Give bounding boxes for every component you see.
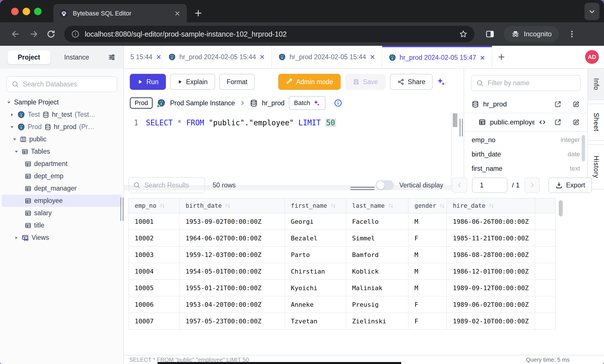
sort-icon[interactable] xyxy=(388,203,394,209)
column-row[interactable]: emp_no integer xyxy=(472,133,580,147)
side-panel-icon[interactable] xyxy=(485,29,495,39)
caret-down-icon[interactable] xyxy=(14,149,19,154)
filter-sliders-icon[interactable] xyxy=(107,53,116,62)
worksheet-tab-2[interactable]: hr_prod 2024-02-05 15:44 xyxy=(272,46,382,68)
table-row[interactable]: 100041954-05-01T00:00:00ZChirstianKoblic… xyxy=(129,263,556,280)
edit-icon[interactable] xyxy=(572,100,580,108)
reload-icon[interactable] xyxy=(46,29,56,39)
schema-scrollbar-thumb[interactable] xyxy=(582,135,585,161)
tree-item-table-title[interactable]: title xyxy=(0,219,123,232)
instance-name[interactable]: Prod Sample Instance xyxy=(170,99,235,107)
maximize-window-button[interactable] xyxy=(34,8,42,15)
schema-table-row[interactable]: public.employe xyxy=(464,113,587,132)
schema-filter[interactable] xyxy=(471,75,581,91)
browser-tab[interactable]: Bytebase SQL Editor xyxy=(53,4,187,23)
tree-item-hr-test[interactable]: Test hr_test (Test… xyxy=(0,108,123,121)
caret-right-icon[interactable] xyxy=(9,112,15,117)
tree-item-views-group[interactable]: Views xyxy=(0,232,123,244)
explain-button[interactable]: Explain xyxy=(170,74,215,90)
column-header[interactable]: gender xyxy=(408,198,447,213)
panel-resize-handle[interactable] xyxy=(458,119,464,136)
search-databases-input[interactable] xyxy=(22,80,112,88)
browser-menu-icon[interactable] xyxy=(568,30,576,38)
caret-down-icon[interactable] xyxy=(12,137,17,142)
sort-icon[interactable] xyxy=(488,203,494,209)
share-button[interactable]: Share xyxy=(390,74,433,90)
worksheet-tab-0[interactable]: 5 15:44 xyxy=(124,46,162,68)
external-link-icon[interactable] xyxy=(554,100,562,108)
results-search[interactable] xyxy=(128,177,205,193)
site-info-icon[interactable] xyxy=(71,30,80,38)
column-header[interactable]: emp_no xyxy=(129,198,180,213)
sort-icon[interactable] xyxy=(225,203,231,209)
table-row[interactable]: 100051955-01-21T00:00:00ZKyoichiMaliniak… xyxy=(129,280,556,296)
column-header[interactable]: first_name xyxy=(285,198,346,213)
table-row[interactable]: 100061953-04-20T00:00:00ZAnnekePreusigF1… xyxy=(129,296,556,313)
close-window-button[interactable] xyxy=(11,8,19,15)
tree-item-table-salary[interactable]: salary xyxy=(0,207,123,219)
external-link-icon[interactable] xyxy=(554,118,562,126)
sort-icon[interactable] xyxy=(159,203,165,209)
table-row[interactable]: 100011953-09-02T00:00:00ZGeorgiFacelloM1… xyxy=(129,213,556,230)
tree-item-tables-group[interactable]: Tables xyxy=(0,145,123,158)
tree-item-table-dept-emp[interactable]: dept_emp xyxy=(0,170,123,182)
edit-icon[interactable] xyxy=(572,118,580,126)
column-header[interactable]: birth_date xyxy=(180,198,285,213)
side-tab-info[interactable]: Info xyxy=(588,69,604,100)
save-button[interactable]: Save xyxy=(345,74,385,90)
table-row[interactable]: 100021964-06-02T00:00:00ZBezalelSimmelF1… xyxy=(129,230,556,246)
tree-item-project[interactable]: Sample Project xyxy=(0,96,123,108)
avatar[interactable]: AD xyxy=(585,50,599,64)
database-name[interactable]: hr_prod xyxy=(262,99,285,107)
export-button[interactable]: Export xyxy=(548,177,592,193)
tab-instance[interactable]: Instance xyxy=(64,54,89,61)
format-button[interactable]: Format xyxy=(219,74,255,90)
tree-item-table-dept-manager[interactable]: dept_manager xyxy=(0,182,123,195)
caret-right-icon[interactable] xyxy=(14,235,19,240)
sort-icon[interactable] xyxy=(330,203,336,209)
admin-mode-button[interactable]: Admin mode xyxy=(278,74,340,90)
info-icon[interactable] xyxy=(334,99,342,107)
close-tab-icon[interactable] xyxy=(174,10,181,17)
close-icon[interactable] xyxy=(156,54,162,60)
bookmark-star-icon[interactable] xyxy=(459,30,468,38)
sort-icon[interactable] xyxy=(439,203,445,209)
tree-item-table-department[interactable]: department xyxy=(0,158,123,170)
column-header[interactable]: last_name xyxy=(346,198,409,213)
tree-item-table-employee-selected[interactable]: employee xyxy=(2,195,122,207)
database-search[interactable] xyxy=(6,76,117,92)
sidebar-resize-handle[interactable] xyxy=(120,197,123,221)
back-icon[interactable] xyxy=(11,29,21,39)
filter-by-name-input[interactable] xyxy=(487,79,575,87)
code-icon[interactable] xyxy=(539,118,546,126)
close-icon[interactable] xyxy=(259,54,265,60)
column-row[interactable]: birth_date date xyxy=(472,147,580,161)
url-field[interactable]: localhost:8080/sql-editor/prod-sample-in… xyxy=(64,26,474,42)
vertical-display-toggle[interactable] xyxy=(376,180,394,190)
prev-page-button[interactable] xyxy=(452,177,467,193)
tab-search-button[interactable] xyxy=(585,3,599,20)
worksheet-tab-1[interactable]: hr_prod 2024-02-05 15:44 xyxy=(162,46,272,68)
tab-project[interactable]: Project xyxy=(7,50,50,64)
batch-button[interactable]: Batch xyxy=(289,96,325,110)
side-tab-sheet[interactable]: Sheet xyxy=(588,104,604,141)
sql-editor[interactable]: 1 SELECT * FROM "public"."employee" LIMI… xyxy=(124,118,458,127)
editor-scrollbar-thumb[interactable] xyxy=(453,113,457,127)
results-scrollbar-thumb[interactable] xyxy=(559,200,563,216)
new-tab-icon[interactable] xyxy=(194,9,203,18)
tree-item-schema-public[interactable]: public xyxy=(0,133,123,145)
minimize-window-button[interactable] xyxy=(23,8,30,15)
run-button[interactable]: Run xyxy=(130,74,166,90)
table-row[interactable]: 100071957-05-23T00:00:00ZTzvetanZielinsk… xyxy=(129,313,556,329)
close-icon[interactable] xyxy=(370,54,375,60)
tree-item-hr-prod[interactable]: Prod hr_prod (Pr… xyxy=(0,121,123,133)
schema-database-row[interactable]: hr_prod xyxy=(464,96,587,113)
new-worksheet-button[interactable] xyxy=(492,46,511,68)
table-row[interactable]: 100031959-12-03T00:00:00ZPartoBamfordM19… xyxy=(129,246,556,263)
search-results-input[interactable] xyxy=(144,181,193,189)
caret-down-icon[interactable] xyxy=(6,100,11,105)
worksheet-tab-3-active[interactable]: hr_prod 2024-02-05 15:47 xyxy=(382,46,492,68)
caret-down-icon[interactable] xyxy=(9,124,15,130)
close-icon[interactable] xyxy=(480,55,485,61)
ai-sparkle-icon[interactable] xyxy=(436,77,446,87)
